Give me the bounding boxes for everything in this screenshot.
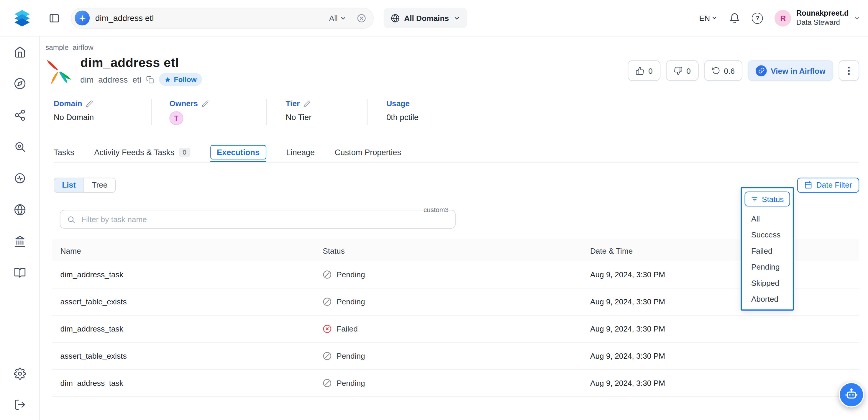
search-gear-icon xyxy=(13,141,26,153)
tab-activity-feeds-tasks[interactable]: Activity Feeds & Tasks0 xyxy=(94,145,190,159)
copy-icon[interactable] xyxy=(146,76,154,83)
table-row[interactable]: assert_table_existsPendingAug 9, 2024, 3… xyxy=(52,343,859,370)
thumbs-down-icon xyxy=(674,66,682,75)
logout-icon xyxy=(13,398,26,411)
chevron-down-icon xyxy=(712,15,718,21)
user-menu[interactable]: R Rounakpreet.d Data Steward xyxy=(775,9,860,27)
meta-tier: Tier No Tier xyxy=(267,99,368,125)
status-filter-button[interactable]: Status xyxy=(745,191,790,206)
tab-lineage[interactable]: Lineage xyxy=(286,145,315,159)
task-name: dim_address_task xyxy=(52,324,323,333)
status-label: Pending xyxy=(337,379,365,388)
edit-pencil-icon[interactable] xyxy=(86,100,93,107)
sidebar-item-logout[interactable] xyxy=(8,394,31,416)
sidebar-item-domains[interactable] xyxy=(8,199,31,221)
edit-pencil-icon[interactable] xyxy=(304,100,311,107)
topbar-right-cluster: EN ? R Rounakpreet.d Data Steward xyxy=(699,9,860,27)
owner-avatar[interactable]: T xyxy=(169,111,183,125)
star-icon xyxy=(164,76,172,83)
tab-label: Custom Properties xyxy=(335,148,401,156)
upvote-button[interactable]: 0 xyxy=(628,60,660,81)
status-option-all[interactable]: All xyxy=(742,210,793,226)
user-meta: Rounakpreet.d Data Steward xyxy=(796,9,848,27)
tab-label: Activity Feeds & Tasks xyxy=(94,148,174,156)
task-name: dim_address_task xyxy=(52,379,323,388)
sidebar-item-home[interactable] xyxy=(8,41,31,63)
status-option-success[interactable]: Success xyxy=(742,227,793,242)
tab-executions[interactable]: Executions xyxy=(210,145,266,159)
app-window: dim_address etl All All Domains xyxy=(0,0,868,420)
topbar: dim_address etl All All Domains xyxy=(0,0,868,36)
executions-controls: List Tree Date Filter xyxy=(54,177,859,193)
tier-label-row: Tier xyxy=(286,99,367,108)
view-in-airflow-label: View in Airflow xyxy=(771,66,825,75)
sidebar-toggle-icon[interactable] xyxy=(49,12,60,24)
upvote-count: 0 xyxy=(648,66,653,75)
graph-share-icon xyxy=(13,109,26,121)
sidebar-item-explore[interactable] xyxy=(8,72,31,95)
date-filter-button[interactable]: Date Filter xyxy=(798,178,859,192)
all-domains-button[interactable]: All Domains xyxy=(384,8,467,28)
help-icon[interactable]: ? xyxy=(752,12,763,24)
sidebar-item-lineage[interactable] xyxy=(8,104,31,126)
meta-domain: Domain No Domain xyxy=(54,99,152,125)
search-query-text[interactable]: dim_address etl xyxy=(95,13,323,23)
gear-icon xyxy=(13,367,26,380)
task-name: dim_address_task xyxy=(52,270,323,279)
table-row[interactable]: assert_table_existsPendingAug 9, 2024, 3… xyxy=(52,289,859,316)
view-in-airflow-button[interactable]: View in Airflow xyxy=(748,60,833,81)
sidebar-item-observability[interactable] xyxy=(8,136,31,158)
domain-label: Domain xyxy=(54,99,82,108)
global-search-bar[interactable]: dim_address etl All xyxy=(71,7,374,28)
version-button[interactable]: 0.6 xyxy=(704,60,742,81)
entity-meta-row: Domain No Domain Owners T xyxy=(54,99,859,125)
task-datetime: Aug 9, 2024, 3:30 PM xyxy=(590,352,859,360)
search-scope-dropdown[interactable]: All xyxy=(329,13,346,22)
user-name: Rounakpreet.d xyxy=(796,9,848,18)
task-filter-input[interactable] xyxy=(80,214,448,224)
task-name: assert_table_exists xyxy=(52,352,323,360)
table-row[interactable]: dim_address_taskPendingAug 9, 2024, 3:30… xyxy=(52,261,859,289)
failed-status-icon xyxy=(323,324,332,333)
status-label: Pending xyxy=(337,297,365,306)
language-selector[interactable]: EN xyxy=(699,13,718,22)
tab-label: Tasks xyxy=(54,148,74,156)
tab-tasks[interactable]: Tasks xyxy=(54,145,74,159)
status-option-skipped[interactable]: Skipped xyxy=(742,275,793,291)
domain-label-row: Domain xyxy=(54,99,151,108)
table-row[interactable]: dim_address_taskFailedAug 9, 2024, 3:30 … xyxy=(52,316,859,343)
filter-sliders-icon xyxy=(751,195,758,203)
status-option-aborted[interactable]: Aborted xyxy=(742,291,793,306)
airflow-pinwheel-icon xyxy=(44,56,73,85)
table-row[interactable]: dim_address_taskPendingAug 9, 2024, 3:30… xyxy=(52,370,859,397)
breadcrumb[interactable]: sample_airflow xyxy=(45,43,859,51)
more-actions-button[interactable]: ⋮ xyxy=(839,60,859,81)
view-toggle-tree[interactable]: Tree xyxy=(84,178,115,192)
entity-fqn: dim_address_etl xyxy=(80,74,141,84)
task-status: Pending xyxy=(323,379,590,388)
sidebar-item-incident-manager[interactable] xyxy=(8,167,31,189)
clear-search-icon[interactable] xyxy=(356,13,367,23)
downvote-button[interactable]: 0 xyxy=(666,60,699,81)
tabs: TasksActivity Feeds & Tasks0ExecutionsLi… xyxy=(54,142,859,163)
task-datetime: Aug 9, 2024, 3:30 PM xyxy=(590,324,859,333)
status-option-failed[interactable]: Failed xyxy=(742,242,793,258)
sidebar-item-settings[interactable] xyxy=(8,362,31,385)
chat-assistant-fab[interactable] xyxy=(839,382,864,407)
notifications-bell-icon[interactable] xyxy=(730,12,741,24)
status-filter-label: Status xyxy=(762,195,784,204)
search-scope-label: All xyxy=(329,13,338,22)
tab-custom-properties[interactable]: Custom Properties xyxy=(335,145,401,159)
sidebar-item-glossary[interactable] xyxy=(8,262,31,284)
view-toggle-list[interactable]: List xyxy=(54,178,84,192)
date-filter-label: Date Filter xyxy=(816,181,852,189)
all-domains-label: All Domains xyxy=(404,13,449,22)
meta-usage: Usage 0th pctile xyxy=(368,99,418,125)
meta-owners: Owners T xyxy=(152,99,267,125)
status-option-pending[interactable]: Pending xyxy=(742,259,793,275)
tab-label: Lineage xyxy=(286,148,315,156)
sidebar-item-governance[interactable] xyxy=(8,230,31,252)
edit-pencil-icon[interactable] xyxy=(202,100,209,107)
follow-button[interactable]: Follow xyxy=(159,73,202,86)
domain-value: No Domain xyxy=(54,113,151,122)
